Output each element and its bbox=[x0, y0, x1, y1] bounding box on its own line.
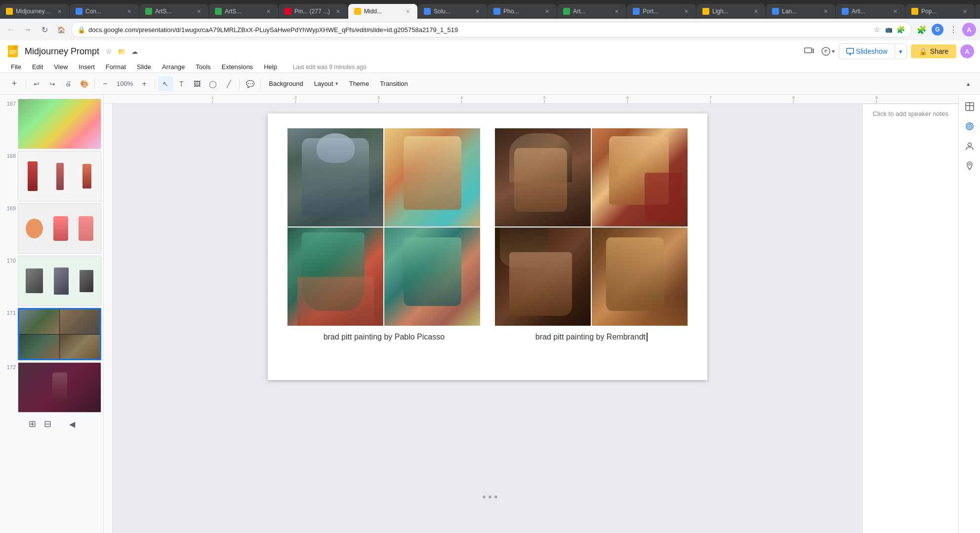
menu-format[interactable]: Format bbox=[101, 61, 131, 73]
address-bar[interactable]: 🔒 docs.google.com/presentation/d/1wugxrc… bbox=[71, 22, 912, 38]
theme-button[interactable]: Theme bbox=[344, 76, 374, 91]
cast-icon[interactable]: 📺 bbox=[884, 25, 894, 35]
left-caption[interactable]: brad pitt painting by Pablo Picasso bbox=[324, 333, 445, 342]
user-profile-button[interactable]: A bbox=[962, 23, 976, 37]
speaker-notes-area[interactable]: Click to add speaker notes bbox=[863, 104, 958, 533]
slide-thumb-172[interactable] bbox=[18, 362, 101, 413]
tab-1[interactable]: Midjourney Prompt ✕ bbox=[0, 4, 69, 19]
menu-help[interactable]: Help bbox=[259, 61, 282, 73]
tab-12-close[interactable]: ✕ bbox=[821, 7, 829, 15]
slide-thumb-167[interactable] bbox=[18, 99, 101, 149]
print-button[interactable]: 🖨 bbox=[61, 76, 76, 91]
zoom-level[interactable]: 100% bbox=[114, 76, 136, 91]
tab-3-close[interactable]: ✕ bbox=[195, 7, 203, 15]
slideshow-button[interactable]: Slideshow bbox=[839, 43, 895, 59]
bookmark-icon[interactable]: ☆ bbox=[872, 25, 882, 35]
right-caption[interactable]: brad pitt painting by Rembrandt bbox=[535, 333, 648, 342]
tab-14[interactable]: Pop... ✕ bbox=[905, 4, 975, 19]
tab-9-close[interactable]: ✕ bbox=[612, 7, 620, 15]
slideshow-dropdown[interactable]: ▾ bbox=[895, 43, 907, 59]
text-tool[interactable]: T bbox=[174, 76, 189, 91]
comments-button[interactable]: ▾ bbox=[821, 46, 835, 56]
save-status-icon[interactable]: ☁ bbox=[129, 46, 140, 57]
extensions-button[interactable]: 🧩 bbox=[915, 23, 929, 37]
tab-4-close[interactable]: ✕ bbox=[264, 7, 272, 15]
tab-15[interactable]: Lea... ✕ bbox=[975, 4, 980, 19]
app-title[interactable]: Midjourney Prompt bbox=[25, 46, 99, 57]
slide-thumb-168[interactable] bbox=[18, 151, 101, 201]
toolbar-collapse-button[interactable]: ▴ bbox=[962, 78, 974, 90]
slide-thumb-row-170[interactable]: 170 bbox=[2, 256, 101, 306]
tab-4[interactable]: ArtS... ✕ bbox=[209, 4, 278, 19]
tab-5[interactable]: Pin... (277 ...) ✕ bbox=[279, 4, 348, 19]
paint-format-button[interactable]: 🎨 bbox=[77, 76, 91, 91]
tab-9[interactable]: Art... ✕ bbox=[557, 4, 626, 19]
zoom-in-button[interactable]: + bbox=[137, 76, 152, 91]
share-button[interactable]: 🔒 Share bbox=[911, 44, 956, 58]
tab-12[interactable]: Lan... ✕ bbox=[766, 4, 835, 19]
profile-button[interactable]: G bbox=[931, 23, 944, 37]
reload-button[interactable]: ↻ bbox=[38, 23, 51, 37]
line-tool[interactable]: ╱ bbox=[221, 76, 236, 91]
sidebar-target-icon[interactable] bbox=[962, 118, 978, 134]
sidebar-table-icon[interactable] bbox=[962, 99, 978, 114]
forward-button[interactable]: → bbox=[21, 23, 35, 37]
tab-7[interactable]: Solu... ✕ bbox=[418, 4, 487, 19]
tab-7-close[interactable]: ✕ bbox=[473, 7, 481, 15]
background-button[interactable]: Background bbox=[264, 76, 308, 91]
tab-8-close[interactable]: ✕ bbox=[543, 7, 551, 15]
transition-button[interactable]: Transition bbox=[375, 76, 413, 91]
star-icon[interactable]: ☆ bbox=[103, 46, 114, 57]
tab-2-close[interactable]: ✕ bbox=[125, 7, 133, 15]
back-button[interactable]: ← bbox=[4, 23, 18, 37]
menu-tools[interactable]: Tools bbox=[191, 61, 215, 73]
layout-button[interactable]: Layout ▾ bbox=[309, 76, 343, 91]
slide-thumb-171[interactable] bbox=[18, 308, 101, 360]
sidebar-location-icon[interactable] bbox=[962, 158, 978, 174]
slide-thumb-169[interactable] bbox=[18, 203, 101, 254]
select-tool[interactable]: ↖ bbox=[158, 76, 173, 91]
tab-1-close[interactable]: ✕ bbox=[55, 7, 63, 15]
slide-thumb-170[interactable] bbox=[18, 256, 101, 306]
menu-slide[interactable]: Slide bbox=[132, 61, 156, 73]
tab-2[interactable]: Con... ✕ bbox=[70, 4, 139, 19]
undo-button[interactable]: ↩ bbox=[29, 76, 44, 91]
slide-thumb-row-171[interactable]: 171 bbox=[2, 308, 101, 360]
tab-13-close[interactable]: ✕ bbox=[891, 7, 899, 15]
image-tool[interactable]: 🖼 bbox=[190, 76, 204, 91]
insert-button[interactable]: + bbox=[6, 76, 23, 91]
redo-button[interactable]: ↪ bbox=[45, 76, 60, 91]
move-icon[interactable]: 📁 bbox=[116, 46, 127, 57]
user-avatar[interactable]: A bbox=[960, 44, 974, 58]
sidebar-person-icon[interactable] bbox=[962, 138, 978, 154]
extensions-icon[interactable]: 🧩 bbox=[896, 25, 905, 35]
slide-thumb-row-167[interactable]: 167 bbox=[2, 99, 101, 149]
tab-10-close[interactable]: ✕ bbox=[682, 7, 690, 15]
comment-button[interactable]: 💬 bbox=[243, 76, 257, 91]
shape-tool[interactable]: ◯ bbox=[205, 76, 220, 91]
filmstrip-button[interactable]: ⊟ bbox=[44, 419, 51, 429]
settings-button[interactable]: ⋮ bbox=[946, 23, 960, 37]
slide-thumb-row-169[interactable]: 169 bbox=[2, 203, 101, 254]
slide-thumb-row-168[interactable]: 168 bbox=[2, 151, 101, 201]
tab-11-close[interactable]: ✕ bbox=[752, 7, 760, 15]
tab-5-close[interactable]: ✕ bbox=[334, 7, 342, 15]
grid-view-button[interactable]: ⊞ bbox=[29, 419, 36, 429]
tab-6[interactable]: Midd... ✕ bbox=[348, 4, 417, 19]
tab-10[interactable]: Port... ✕ bbox=[627, 4, 696, 19]
present-icon[interactable] bbox=[801, 43, 817, 59]
zoom-out-button[interactable]: − bbox=[98, 76, 113, 91]
menu-extensions[interactable]: Extensions bbox=[217, 61, 258, 73]
tab-14-close[interactable]: ✕ bbox=[961, 7, 969, 15]
tab-3[interactable]: ArtS... ✕ bbox=[139, 4, 208, 19]
menu-insert[interactable]: Insert bbox=[74, 61, 100, 73]
menu-edit[interactable]: Edit bbox=[27, 61, 48, 73]
tab-6-close[interactable]: ✕ bbox=[404, 7, 411, 15]
home-button[interactable]: 🏠 bbox=[54, 23, 68, 37]
panel-collapse-button[interactable]: ◀ bbox=[69, 419, 75, 429]
slide-thumb-row-172[interactable]: 172 bbox=[2, 362, 101, 413]
menu-view[interactable]: View bbox=[49, 61, 73, 73]
slide-canvas[interactable]: brad pitt painting by Pablo Picasso bbox=[268, 114, 707, 380]
tab-8[interactable]: Pho... ✕ bbox=[488, 4, 557, 19]
tab-11[interactable]: Ligh... ✕ bbox=[696, 4, 766, 19]
